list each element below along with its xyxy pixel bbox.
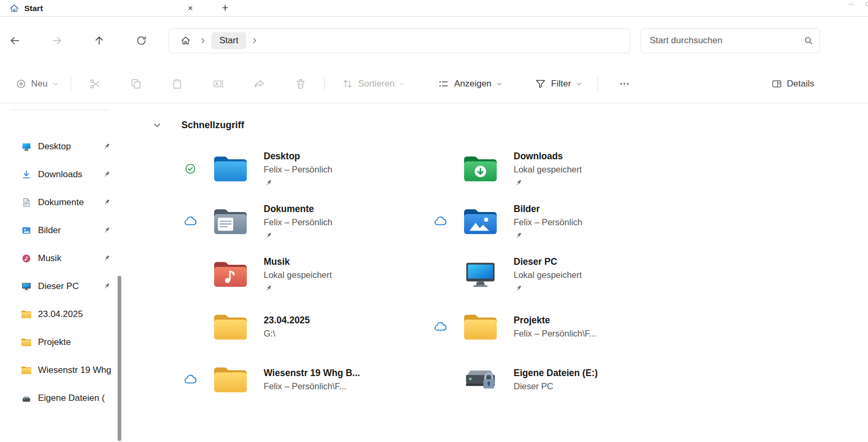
quick-access-item-dokumente[interactable]: Dokumente Felix – Persönlich bbox=[184, 195, 433, 248]
back-button[interactable] bbox=[4, 30, 25, 51]
tab-start[interactable]: Start × bbox=[3, 0, 202, 17]
refresh-button[interactable] bbox=[131, 30, 152, 51]
item-subtitle: Felix – Persönlich bbox=[264, 217, 332, 228]
item-subtitle: Dieser PC bbox=[514, 381, 597, 392]
sidebar-list: Desktop Downloads Dokumente Bilder bbox=[0, 132, 122, 412]
sidebar-item-projekte[interactable]: Projekte bbox=[0, 328, 122, 356]
arrow-left-icon bbox=[9, 35, 21, 46]
sidebar-item-dokumente[interactable]: Dokumente bbox=[0, 188, 122, 216]
maximize-icon[interactable] bbox=[865, 1, 868, 7]
chevron-right-icon[interactable] bbox=[199, 36, 207, 45]
quick-access-section-header: Schnellzugriff bbox=[152, 117, 868, 133]
search-input[interactable] bbox=[650, 35, 804, 46]
quick-access-item-bilder[interactable]: Bilder Felix – Persönlich bbox=[433, 195, 683, 248]
window-controls bbox=[848, 1, 868, 7]
copy-button[interactable] bbox=[118, 72, 155, 95]
toolbar-divider bbox=[71, 76, 71, 92]
sort-button[interactable]: Sortieren bbox=[335, 73, 412, 94]
quick-access-item-eigene-dateien[interactable]: Eigene Dateien (E:) Dieser PC bbox=[433, 353, 683, 406]
items-view: Schnellzugriff Desktop Felix – Persönlic… bbox=[122, 103, 868, 442]
item-name: Projekte bbox=[514, 315, 596, 326]
address-bar[interactable]: Start bbox=[169, 28, 630, 53]
forward-button[interactable] bbox=[46, 30, 67, 51]
refresh-icon bbox=[136, 35, 147, 46]
cloud-icon bbox=[184, 373, 197, 386]
search-box[interactable] bbox=[641, 28, 820, 53]
quick-access-item-dieser-pc[interactable]: Dieser PC Lokal gespeichert bbox=[433, 248, 683, 301]
item-text: Wiesenstr 19 Whg B... Felix – Persönlich… bbox=[264, 368, 360, 392]
sidebar-item-wiesenstr[interactable]: Wiesenstr 19 Whg bbox=[0, 356, 122, 384]
chevron-right-icon[interactable] bbox=[250, 36, 259, 45]
ellipsis-icon bbox=[619, 78, 630, 90]
item-subtitle: Lokal gespeichert bbox=[514, 270, 582, 281]
more-options-button[interactable] bbox=[610, 72, 639, 95]
rename-button[interactable] bbox=[200, 72, 237, 95]
details-button-label: Details bbox=[787, 79, 814, 89]
minimize-icon[interactable] bbox=[848, 1, 854, 7]
sidebar-item-label: Desktop bbox=[38, 141, 97, 152]
quick-access-item-projekte[interactable]: Projekte Felix – Persönlich\F... bbox=[433, 301, 683, 353]
sidebar-item-desktop[interactable]: Desktop bbox=[0, 132, 122, 160]
navigation-pane: Desktop Downloads Dokumente Bilder bbox=[0, 103, 122, 442]
rename-icon bbox=[213, 78, 224, 90]
navigation-bar: Start bbox=[0, 17, 868, 64]
new-button[interactable]: Neu bbox=[9, 74, 65, 94]
quick-access-item-downloads[interactable]: Downloads Lokal gespeichert bbox=[433, 142, 683, 195]
pictures-icon bbox=[21, 225, 32, 236]
sidebar-scrollbar[interactable] bbox=[118, 103, 121, 442]
view-button[interactable]: Anzeigen bbox=[431, 73, 509, 94]
folder-icon bbox=[213, 366, 248, 394]
chevron-down-icon[interactable] bbox=[152, 120, 162, 130]
breadcrumb-item-start[interactable]: Start bbox=[211, 32, 246, 49]
up-button[interactable] bbox=[89, 30, 110, 51]
quick-access-item-wiesenstr[interactable]: Wiesenstr 19 Whg B... Felix – Persönlich… bbox=[184, 353, 433, 406]
cut-button[interactable] bbox=[76, 72, 113, 95]
sidebar-divider bbox=[11, 110, 109, 110]
scrollbar-thumb[interactable] bbox=[118, 276, 121, 441]
item-text: 23.04.2025 G:\ bbox=[264, 315, 310, 339]
details-button[interactable]: Details bbox=[765, 74, 821, 94]
file-explorer-window: Start × + Start Neu bbox=[0, 0, 868, 442]
item-subtitle: Felix – Persönlich\F... bbox=[264, 381, 360, 392]
item-name: Eigene Dateien (E:) bbox=[514, 368, 597, 379]
item-subtitle: G:\ bbox=[264, 328, 310, 339]
quick-access-item-desktop[interactable]: Desktop Felix – Persönlich bbox=[184, 142, 433, 195]
item-name: Bilder bbox=[514, 204, 582, 215]
search-icon bbox=[804, 36, 813, 45]
new-tab-button[interactable]: + bbox=[217, 0, 233, 16]
sidebar-item-label: Projekte bbox=[38, 337, 111, 348]
sidebar-item-downloads[interactable]: Downloads bbox=[0, 160, 122, 188]
quick-access-item-musik[interactable]: Musik Lokal gespeichert bbox=[184, 248, 433, 301]
sync-complete-icon bbox=[184, 163, 197, 175]
plus-icon bbox=[16, 79, 26, 89]
view-options-icon bbox=[438, 78, 449, 90]
paste-button[interactable] bbox=[159, 72, 196, 95]
share-button[interactable] bbox=[241, 72, 278, 95]
close-tab-button[interactable]: × bbox=[184, 2, 197, 15]
filter-button[interactable]: Filter bbox=[528, 73, 589, 94]
quick-access-item-23-04-2025[interactable]: 23.04.2025 G:\ bbox=[184, 301, 433, 353]
item-text: Musik Lokal gespeichert bbox=[264, 256, 332, 292]
item-text: Dokumente Felix – Persönlich bbox=[264, 204, 332, 239]
scissors-icon bbox=[89, 78, 101, 90]
chevron-down-icon bbox=[496, 80, 503, 88]
tab-bar: Start × + bbox=[0, 0, 868, 17]
toolbar-divider bbox=[324, 76, 325, 92]
folder-icon bbox=[21, 365, 32, 376]
chevron-down-icon bbox=[52, 80, 59, 88]
share-icon bbox=[254, 78, 265, 90]
folder-icon bbox=[21, 337, 32, 348]
item-name: Dokumente bbox=[264, 204, 332, 215]
sort-button-label: Sortieren bbox=[358, 79, 394, 89]
sidebar-item-dieser-pc[interactable]: Dieser PC bbox=[0, 272, 122, 300]
pin-icon bbox=[265, 232, 273, 239]
sidebar-item-eigene-dateien[interactable]: Eigene Dateien ( bbox=[0, 384, 122, 412]
sidebar-item-23-04-2025[interactable]: 23.04.2025 bbox=[0, 300, 122, 328]
explorer-body: Desktop Downloads Dokumente Bilder bbox=[0, 103, 868, 442]
folder-icon bbox=[213, 313, 248, 341]
sidebar-item-label: Downloads bbox=[38, 169, 97, 180]
breadcrumb-home-button[interactable] bbox=[177, 32, 195, 50]
sidebar-item-musik[interactable]: Musik bbox=[0, 244, 122, 272]
sidebar-item-bilder[interactable]: Bilder bbox=[0, 216, 122, 244]
delete-button[interactable] bbox=[282, 72, 319, 95]
